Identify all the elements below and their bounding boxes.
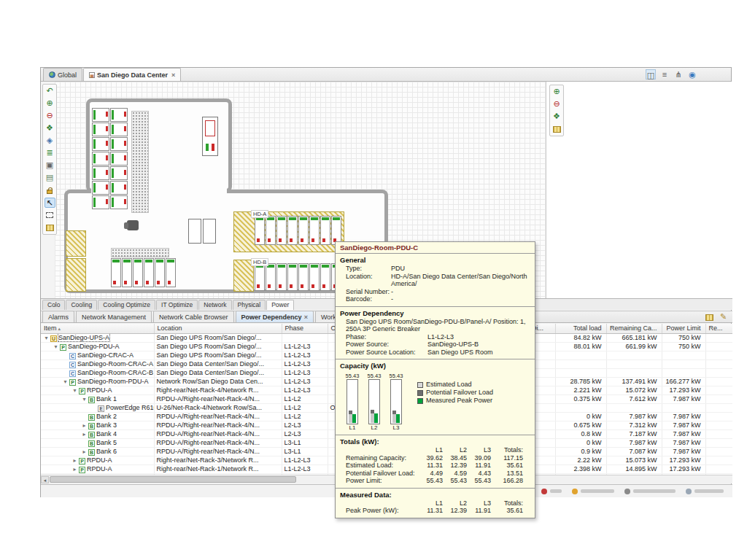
layer-tab-power[interactable]: Power: [266, 300, 294, 310]
rack-unit[interactable]: [320, 216, 330, 245]
tree-expand-icon[interactable]: ▾: [43, 334, 50, 342]
rack-unit[interactable]: [92, 181, 109, 195]
rack-unit[interactable]: [276, 263, 287, 291]
marquee-icon[interactable]: [44, 210, 55, 220]
scroll-left-button[interactable]: ◂: [41, 476, 49, 483]
rack-unit[interactable]: [309, 216, 320, 245]
rack-unit[interactable]: [92, 152, 109, 166]
rack-unit[interactable]: [92, 195, 109, 209]
rack-unit[interactable]: [266, 216, 276, 245]
rack-unit[interactable]: [298, 263, 309, 291]
column-header-remaining-ca[interactable]: Remaining Ca...: [606, 324, 662, 333]
zoom-out-icon[interactable]: ⊖: [44, 111, 55, 121]
rack-unit[interactable]: [111, 258, 121, 287]
tree-expand-icon[interactable]: ▸: [71, 465, 78, 473]
column-header-phase[interactable]: Phase: [282, 324, 328, 333]
rack-unit[interactable]: [298, 216, 309, 245]
tree-expand-icon[interactable]: ▸: [71, 456, 78, 464]
menu-icon[interactable]: ≡: [659, 69, 670, 79]
close-icon[interactable]: ×: [304, 314, 308, 321]
rack-unit[interactable]: [155, 258, 165, 287]
rack-unit[interactable]: [122, 258, 132, 287]
rack-unit[interactable]: [276, 216, 287, 245]
rack-row-network[interactable]: [92, 108, 128, 209]
rack-row-hd-b[interactable]: [255, 263, 341, 291]
tree-expand-icon[interactable]: ▾: [53, 343, 59, 351]
grid-icon[interactable]: [551, 124, 562, 134]
zoom-out-icon[interactable]: ⊖: [551, 99, 562, 109]
power-cabinet[interactable]: [202, 117, 218, 156]
rotate-icon[interactable]: ◈: [44, 136, 55, 146]
editor-tab-global[interactable]: Global: [43, 68, 82, 81]
undo-icon[interactable]: ↶: [44, 86, 55, 96]
zoom-in-icon[interactable]: ⊕: [44, 98, 55, 109]
desk-chair[interactable]: [127, 220, 139, 230]
rack-unit[interactable]: [110, 166, 128, 180]
fit-view-icon[interactable]: ❖: [44, 123, 55, 133]
list-icon[interactable]: ≣: [44, 148, 55, 158]
crac-unit-a[interactable]: [188, 219, 201, 244]
rack-unit[interactable]: [110, 195, 128, 209]
rack-unit[interactable]: [133, 258, 143, 287]
image-icon[interactable]: ▤: [44, 173, 55, 183]
rack-unit[interactable]: [287, 263, 298, 291]
rack-unit[interactable]: [110, 122, 128, 136]
table-icon[interactable]: [704, 312, 715, 322]
rack-unit[interactable]: [110, 108, 128, 122]
layer-tab-cooling[interactable]: Cooling: [66, 300, 97, 310]
column-header-item[interactable]: Item▴: [41, 324, 154, 333]
hierarchy-icon[interactable]: ⋔: [673, 69, 684, 79]
tree-expand-icon[interactable]: ▸: [81, 421, 88, 429]
select-cursor-icon[interactable]: ↖: [44, 198, 55, 208]
fit-view-icon[interactable]: ❖: [551, 112, 562, 122]
rack-unit[interactable]: [255, 216, 265, 245]
rack-unit[interactable]: [166, 258, 176, 287]
panel-tab-network-cable-browser[interactable]: Network Cable Browser: [153, 311, 234, 322]
rack-unit[interactable]: [110, 137, 128, 151]
grid-icon[interactable]: [44, 222, 55, 233]
rack-unit[interactable]: [255, 263, 265, 291]
edit-icon[interactable]: ✎: [718, 312, 729, 322]
rack-unit[interactable]: [331, 216, 341, 245]
zoom-in-icon[interactable]: ⊕: [551, 87, 562, 97]
tree-expand-icon[interactable]: ▸: [81, 430, 88, 438]
layer-tab-network[interactable]: Network: [198, 300, 231, 310]
column-header-power-limit[interactable]: Power Limit: [662, 324, 705, 333]
rack-row-bottom[interactable]: [111, 258, 176, 287]
column-header-location[interactable]: Location: [154, 324, 282, 333]
rack-unit[interactable]: [92, 166, 109, 180]
scrollbar-thumb[interactable]: [50, 476, 296, 483]
rack-unit[interactable]: [144, 258, 154, 287]
rack-unit[interactable]: [110, 152, 128, 166]
panel-tab-power-dependency[interactable]: Power Dependency×: [236, 311, 314, 322]
split-view-icon[interactable]: ◫: [646, 69, 656, 79]
panel-tab-network-management[interactable]: Network Management: [76, 311, 152, 322]
layer-tab-it-optimize[interactable]: IT Optimize: [156, 300, 198, 310]
panel-tab-alarms[interactable]: Alarms: [42, 311, 74, 322]
tree-expand-icon[interactable]: ▾: [81, 395, 88, 403]
layer-tab-physical[interactable]: Physical: [233, 300, 266, 310]
critical-alarm-icon[interactable]: [541, 489, 562, 494]
tree-expand-icon[interactable]: ▾: [71, 386, 78, 394]
layers-icon[interactable]: ▣: [44, 160, 55, 171]
globe-icon[interactable]: ◉: [687, 69, 697, 79]
layer-tab-colo[interactable]: Colo: [42, 300, 65, 310]
tree-expand-icon[interactable]: ▸: [81, 448, 88, 456]
lock-icon[interactable]: [44, 185, 55, 195]
column-header-total-load[interactable]: Total load: [555, 324, 606, 333]
rack-unit[interactable]: [92, 122, 109, 136]
rack-unit[interactable]: [266, 263, 276, 291]
rack-unit[interactable]: [309, 263, 320, 291]
rack-row-hd-a[interactable]: [255, 216, 341, 245]
warning-alarm-icon[interactable]: [572, 489, 614, 494]
tree-expand-icon[interactable]: ▾: [62, 378, 69, 386]
rack-unit[interactable]: [92, 108, 109, 122]
rack-unit[interactable]: [287, 216, 298, 245]
editor-tab-san-diego-data-center[interactable]: ▦San Diego Data Center×: [83, 68, 181, 81]
layer-tab-cooling-optimize[interactable]: Cooling Optimize: [98, 300, 155, 310]
close-icon[interactable]: ×: [171, 71, 175, 79]
rack-unit[interactable]: [92, 137, 109, 151]
rack-unit[interactable]: [320, 263, 330, 291]
crac-unit-b[interactable]: [203, 219, 216, 244]
rack-unit[interactable]: [110, 181, 128, 195]
